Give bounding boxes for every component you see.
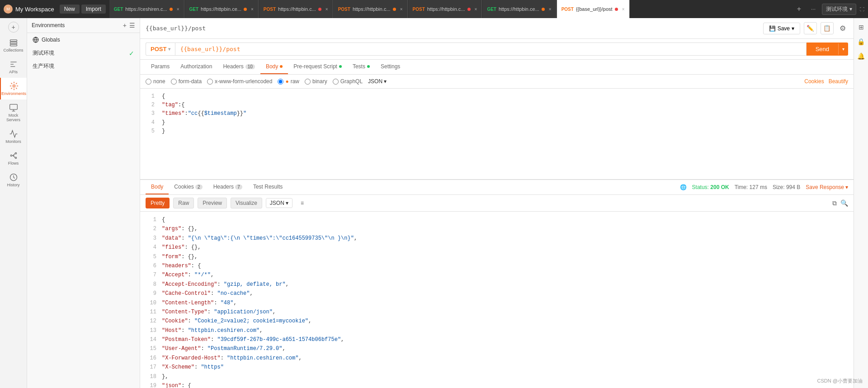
expand-icon[interactable]: ⛶ (860, 7, 864, 12)
body-option-form-data[interactable]: form-data (171, 78, 202, 85)
sidebar-item-flows[interactable]: Flows (0, 147, 27, 169)
sidebar-label-mock-servers: Mock Servers (2, 113, 25, 122)
response-format-select[interactable]: JSON ▾ (266, 198, 292, 208)
response-icons: ⧉ 🔍 (832, 199, 848, 207)
environment-selector[interactable]: 测试环境 ▾ (822, 4, 856, 15)
search-response-button[interactable]: 🔍 (840, 199, 848, 207)
add-env-icon[interactable]: + (123, 22, 127, 29)
right-panel-icon-2[interactable]: 🔒 (855, 36, 867, 47)
env-list-item[interactable]: 测试环境 ✓ (27, 47, 140, 60)
save-response-button[interactable]: Save Response ▾ (806, 184, 848, 190)
req-tab-params[interactable]: Params (146, 60, 175, 74)
tab-close-icon[interactable]: × (251, 7, 254, 12)
send-label: Send (807, 43, 838, 56)
res-tab-visualize[interactable]: Visualize (231, 198, 262, 208)
req-tab-settings[interactable]: Settings (375, 60, 406, 74)
body-option-raw[interactable]: ● raw (278, 78, 299, 85)
history-icon (9, 173, 18, 182)
top-tab-t3[interactable]: POST https://httpbin.c... × (259, 0, 333, 18)
sidebar-item-collections[interactable]: Collections (0, 34, 27, 56)
sidebar-add-button[interactable]: + (8, 22, 19, 33)
right-panel-icon-1[interactable]: ⊞ (857, 22, 866, 33)
cookies-button[interactable]: Cookies (804, 78, 824, 85)
url-input[interactable] (175, 43, 806, 56)
svg-point-7 (15, 157, 16, 158)
top-tab-t1[interactable]: GET https://ceshiren.c... × (109, 0, 184, 18)
json-format-select[interactable]: JSON ▾ (368, 78, 387, 85)
req-tab-body[interactable]: Body (260, 60, 288, 74)
globe-icon[interactable]: 🌐 (680, 184, 687, 190)
globals-item[interactable]: Globals (27, 33, 140, 47)
settings-icon[interactable]: ⚙ (837, 22, 848, 35)
req-tab-tests[interactable]: Tests (347, 60, 375, 74)
response-tabs: BodyCookies 2Headers 7Test Results 🌐 Sta… (140, 180, 854, 195)
res-tab-headers[interactable]: Headers 7 (208, 180, 248, 194)
new-tab-button[interactable]: + (793, 5, 805, 13)
sidebar-item-history[interactable]: History (0, 169, 27, 191)
res-line-number: 7 (146, 270, 156, 279)
req-tab-dot-green (367, 65, 370, 68)
flows-icon (9, 151, 18, 160)
req-tab-label: Headers (223, 63, 243, 70)
req-tab-headers[interactable]: Headers 10 (217, 60, 260, 74)
edit-button[interactable]: ✏️ (804, 22, 817, 34)
tab-close-icon[interactable]: × (622, 7, 625, 12)
res-tab-body[interactable]: Body (146, 180, 169, 194)
copy-button[interactable]: 📋 (821, 22, 834, 34)
more-tabs-button[interactable]: ··· (808, 6, 818, 12)
res-line-content: { (162, 215, 165, 224)
request-body-editor[interactable]: 1 { 2 "tag":{ 3 "times":"cc{{$timestamp}… (140, 89, 854, 179)
sidebar-item-apis[interactable]: APIs (0, 56, 27, 78)
save-button[interactable]: 💾 Save ▾ (763, 23, 800, 34)
top-tab-t2[interactable]: GET https://httpbin.ce... × (185, 0, 259, 18)
response-code: 1 { 2 "args": {}, 3 "data": "{\n \"tag\"… (140, 212, 854, 388)
res-line-number: 17 (146, 363, 156, 372)
res-line-number: 9 (146, 289, 156, 298)
line-number: 4 (146, 118, 155, 127)
right-panel-icon-3[interactable]: 🔔 (855, 51, 867, 62)
req-tab-dot-orange (280, 65, 283, 68)
copy-response-button[interactable]: ⧉ (832, 199, 837, 207)
top-tab-t7[interactable]: POST {{base_url}}/post × (557, 0, 630, 18)
res-tab-test-results[interactable]: Test Results (248, 180, 288, 194)
tab-close-icon[interactable]: × (475, 7, 477, 12)
req-tab-label: Params (151, 63, 170, 70)
top-tab-t5[interactable]: POST https://httpbin.c... × (408, 0, 482, 18)
beautify-button[interactable]: Beautify (829, 78, 848, 85)
response-filter-button[interactable]: ≡ (296, 198, 308, 208)
env-list-item[interactable]: 生产环境 (27, 60, 140, 73)
sidebar-item-monitors[interactable]: Monitors (0, 126, 27, 147)
workspace-label: My Workspace (15, 6, 54, 13)
body-option-graphql[interactable]: GraphQL (333, 78, 363, 85)
req-tab-label: Body (266, 63, 278, 70)
tab-close-icon[interactable]: × (400, 7, 403, 12)
top-tab-t4[interactable]: POST https://httpbin.c... × (334, 0, 408, 18)
res-tab-cookies[interactable]: Cookies 2 (169, 180, 208, 194)
new-button[interactable]: New (60, 5, 80, 14)
layers-icon (9, 38, 18, 47)
menu-icon[interactable]: ☰ (129, 22, 135, 29)
tab-close-icon[interactable]: × (549, 7, 552, 12)
top-tab-t6[interactable]: GET https://httpbin.ce... × (482, 0, 556, 18)
tab-close-icon[interactable]: × (326, 7, 328, 12)
res-tab-raw[interactable]: Raw (173, 198, 194, 208)
send-button[interactable]: Send ▾ (807, 43, 848, 56)
url-actions: 💾 Save ▾ ✏️ 📋 ⚙ (763, 22, 848, 35)
res-line-content: "X-Scheme": "https" (162, 363, 224, 372)
sidebar-item-mock-servers[interactable]: Mock Servers (0, 99, 27, 126)
res-line-content: "headers": { (162, 261, 201, 270)
body-option-urlencoded[interactable]: x-www-form-urlencoded (207, 78, 272, 85)
method-select[interactable]: POST ▾ (146, 43, 175, 56)
sidebar-item-environments[interactable]: Environments (0, 78, 27, 99)
res-tab-preview[interactable]: Preview (198, 198, 227, 208)
tab-close-icon[interactable]: × (177, 7, 179, 12)
import-button[interactable]: Import (81, 5, 106, 14)
body-option-none[interactable]: none (146, 78, 165, 85)
res-tab-pretty[interactable]: Pretty (146, 198, 170, 208)
res-line-number: 8 (146, 280, 156, 289)
res-line-number: 10 (146, 298, 156, 308)
send-caret-icon[interactable]: ▾ (838, 43, 848, 55)
body-option-binary[interactable]: binary (305, 78, 327, 85)
req-tab-authorization[interactable]: Authorization (175, 60, 217, 74)
req-tab-prerequest[interactable]: Pre-request Script (288, 60, 347, 74)
